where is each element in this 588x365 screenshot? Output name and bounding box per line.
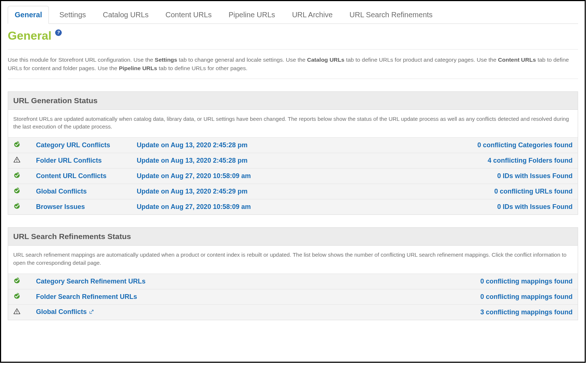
page-title: General: [8, 29, 51, 43]
url-generation-status-table: Category URL ConflictsUpdate on Aug 13, …: [8, 137, 578, 214]
status-count-cell: 0 conflicting URLs found: [373, 184, 578, 199]
tab-settings[interactable]: Settings: [53, 6, 92, 24]
status-count-link[interactable]: 4 conflicting Folders found: [488, 157, 573, 164]
status-icon-cell: [8, 274, 31, 289]
url-generation-status-section: URL Generation Status Storefront URLs ar…: [8, 91, 578, 215]
svg-rect-8: [17, 310, 17, 312]
status-count-cell: 0 IDs with Issues Found: [373, 199, 578, 215]
status-row: Global ConflictsUpdate on Aug 13, 2020 2…: [8, 184, 578, 199]
warning-triangle-icon: [13, 308, 21, 317]
refinement-name-link[interactable]: Category Search Refinement URLs: [36, 278, 146, 285]
checkmark-bubble-icon: [13, 277, 21, 286]
refinement-name-link[interactable]: Folder Search Refinement URLs: [36, 293, 137, 300]
url-search-refinements-status-header: URL Search Refinements Status: [8, 228, 578, 246]
status-row: Category URL ConflictsUpdate on Aug 13, …: [8, 138, 578, 153]
tab-general[interactable]: General: [8, 6, 49, 24]
status-count-cell: 4 conflicting Folders found: [373, 153, 578, 169]
refinement-count-cell: 0 conflicting mappings found: [326, 289, 578, 304]
checkmark-bubble-icon: [13, 141, 21, 150]
refinement-name-cell: Global Conflicts: [31, 304, 326, 320]
refinement-row: Category Search Refinement URLs0 conflic…: [8, 274, 578, 289]
refinement-name-cell: Category Search Refinement URLs: [31, 274, 326, 289]
status-name-link[interactable]: Global Conflicts: [36, 188, 87, 195]
intro-bold-settings: Settings: [155, 57, 177, 63]
tab-bar: General Settings Catalog URLs Content UR…: [8, 6, 578, 24]
status-count-cell: 0 conflicting Categories found: [373, 138, 578, 153]
status-date-cell: Update on Aug 13, 2020 2:45:28 pm: [132, 138, 373, 153]
status-icon-cell: [8, 199, 31, 215]
status-row: Content URL ConflictsUpdate on Aug 27, 2…: [8, 169, 578, 184]
status-date-cell: Update on Aug 27, 2020 10:58:09 am: [132, 199, 373, 215]
intro-block: Use this module for Storefront URL confi…: [8, 49, 578, 79]
tab-pipeline-urls[interactable]: Pipeline URLs: [222, 6, 282, 24]
intro-bold-catalog: Catalog URLs: [307, 57, 345, 63]
svg-rect-1: [17, 159, 17, 161]
status-name-cell: Content URL Conflicts: [31, 169, 132, 184]
status-date-cell: Update on Aug 27, 2020 10:58:09 am: [132, 169, 373, 184]
intro-part: Use this module for Storefront URL confi…: [8, 57, 155, 63]
status-icon-cell: [8, 289, 31, 304]
refinement-count-cell: 3 conflicting mappings found: [326, 304, 578, 320]
status-icon-cell: [8, 304, 31, 320]
status-icon-cell: [8, 153, 31, 169]
status-name-link[interactable]: Folder URL Conflicts: [36, 157, 102, 164]
intro-part: tab to define URLs for other pages.: [157, 65, 248, 71]
status-count-link[interactable]: 0 conflicting URLs found: [494, 188, 573, 195]
url-search-refinements-status-desc: URL search refinement mappings are autom…: [8, 246, 578, 274]
refinement-count-link[interactable]: 0 conflicting mappings found: [480, 293, 573, 300]
status-row: Folder URL ConflictsUpdate on Aug 13, 20…: [8, 153, 578, 169]
status-date-link[interactable]: Update on Aug 27, 2020 10:58:09 am: [137, 203, 251, 210]
status-icon-cell: [8, 169, 31, 184]
checkmark-bubble-icon: [13, 171, 21, 181]
status-name-cell: Global Conflicts: [31, 184, 132, 199]
url-search-refinements-status-table: Category Search Refinement URLs0 conflic…: [8, 274, 578, 320]
checkmark-bubble-icon: [13, 187, 21, 196]
tab-url-search-refinements[interactable]: URL Search Refinements: [343, 6, 439, 24]
app-frame: General Settings Catalog URLs Content UR…: [0, 0, 586, 363]
refinement-count-cell: 0 conflicting mappings found: [326, 274, 578, 289]
tab-url-archive[interactable]: URL Archive: [286, 6, 339, 24]
status-name-cell: Browser Issues: [31, 199, 132, 215]
status-row: Browser IssuesUpdate on Aug 27, 2020 10:…: [8, 199, 578, 215]
status-count-link[interactable]: 0 IDs with Issues Found: [497, 172, 573, 180]
status-count-link[interactable]: 0 IDs with Issues Found: [497, 203, 573, 210]
status-date-link[interactable]: Update on Aug 13, 2020 2:45:28 pm: [137, 141, 247, 149]
refinement-row: Global Conflicts3 conflicting mappings f…: [8, 304, 578, 320]
svg-point-2: [17, 161, 17, 162]
popout-icon[interactable]: [87, 308, 94, 316]
status-date-link[interactable]: Update on Aug 13, 2020 2:45:29 pm: [137, 188, 247, 195]
warning-triangle-icon: [13, 156, 21, 165]
status-date-cell: Update on Aug 13, 2020 2:45:29 pm: [132, 184, 373, 199]
refinement-count-link[interactable]: 0 conflicting mappings found: [480, 278, 573, 285]
url-search-refinements-status-section: URL Search Refinements Status URL search…: [8, 227, 578, 320]
tab-catalog-urls[interactable]: Catalog URLs: [96, 6, 155, 24]
help-icon[interactable]: ?: [55, 29, 62, 36]
checkmark-bubble-icon: [13, 292, 21, 301]
intro-bold-pipeline: Pipeline URLs: [119, 65, 157, 71]
status-count-link[interactable]: 0 conflicting Categories found: [477, 141, 573, 149]
status-name-link[interactable]: Content URL Conflicts: [36, 172, 107, 180]
intro-bold-content: Content URLs: [498, 57, 536, 63]
url-generation-status-desc: Storefront URLs are updated automaticall…: [8, 110, 578, 138]
refinement-name-cell: Folder Search Refinement URLs: [31, 289, 326, 304]
status-name-cell: Folder URL Conflicts: [31, 153, 132, 169]
status-name-cell: Category URL Conflicts: [31, 138, 132, 153]
status-icon-cell: [8, 184, 31, 199]
status-date-link[interactable]: Update on Aug 27, 2020 10:58:09 am: [137, 172, 251, 180]
status-icon-cell: [8, 138, 31, 153]
svg-point-9: [17, 312, 17, 313]
tab-content-urls[interactable]: Content URLs: [159, 6, 218, 24]
status-count-cell: 0 IDs with Issues Found: [373, 169, 578, 184]
status-date-link[interactable]: Update on Aug 13, 2020 2:45:28 pm: [137, 157, 247, 164]
url-generation-status-header: URL Generation Status: [8, 92, 578, 110]
status-date-cell: Update on Aug 13, 2020 2:45:28 pm: [132, 153, 373, 169]
refinement-name-link[interactable]: Global Conflicts: [36, 308, 87, 315]
checkmark-bubble-icon: [13, 202, 21, 212]
page-heading: General ?: [8, 29, 578, 43]
status-name-link[interactable]: Browser Issues: [36, 203, 85, 210]
refinement-count-link[interactable]: 3 conflicting mappings found: [480, 308, 573, 316]
intro-part: tab to change general and locale setting…: [177, 57, 307, 63]
status-name-link[interactable]: Category URL Conflicts: [36, 141, 110, 149]
intro-text: Use this module for Storefront URL confi…: [8, 55, 578, 73]
refinement-row: Folder Search Refinement URLs0 conflicti…: [8, 289, 578, 304]
